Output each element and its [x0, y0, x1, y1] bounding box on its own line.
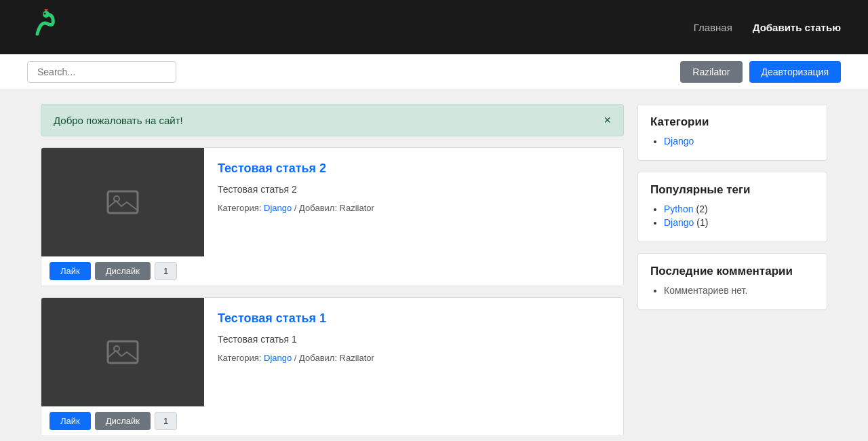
categories-widget: Категории Django [637, 104, 827, 161]
no-comments-text: Комментариев нет. [664, 285, 747, 296]
logo[interactable] [27, 7, 68, 47]
sidebar: Категории Django Популярные теги Python … [637, 104, 827, 441]
recent-comments-title: Последние комментарии [650, 265, 814, 278]
svg-rect-5 [108, 191, 138, 213]
main-container: Добро пожаловать на сайт! × Тестовая ста… [27, 104, 841, 441]
razilator-button[interactable]: Razilator [680, 61, 742, 83]
logo-icon [27, 7, 68, 47]
image-placeholder-icon [106, 336, 139, 368]
popular-tags-widget: Популярные теги Python (2) Django (1) [637, 172, 827, 242]
navbar: Главная Добавить статью [0, 0, 868, 54]
article-meta: Категория: Django / Добавил: Razilator [218, 203, 610, 213]
categories-title: Категории [650, 115, 814, 129]
like-button[interactable]: Лайк [50, 412, 91, 430]
recent-comments-widget: Последние комментарии Комментариев нет. [637, 253, 827, 310]
article-title: Тестовая статья 1 [218, 311, 610, 326]
welcome-alert: Добро пожаловать на сайт! × [41, 104, 624, 136]
article-thumbnail [41, 148, 204, 256]
svg-point-4 [44, 13, 46, 15]
list-item: Django [664, 136, 814, 147]
article-meta: Категория: Django / Добавил: Razilator [218, 353, 610, 363]
category-label: Категория: [218, 203, 261, 213]
nav-home[interactable]: Главная [694, 22, 732, 33]
added-label: / Добавил: Razilator [294, 203, 374, 213]
article-card: Тестовая статья 2 Тестовая статья 2 Кате… [41, 147, 624, 286]
article-card: Тестовая статья 1 Тестовая статья 1 Кате… [41, 297, 624, 436]
nav-add-article[interactable]: Добавить статью [753, 22, 841, 33]
comments-list: Комментариев нет. [650, 285, 814, 296]
article-category-link[interactable]: Django [264, 203, 292, 213]
tags-list: Python (2) Django (1) [650, 204, 814, 228]
categories-list: Django [650, 136, 814, 147]
tag-count: (2) [696, 204, 707, 214]
image-placeholder-icon [106, 186, 139, 218]
article-excerpt: Тестовая статья 2 [218, 184, 610, 195]
article-title: Тестовая статья 2 [218, 161, 610, 176]
article-body: Тестовая статья 1 Тестовая статья 1 Кате… [204, 298, 623, 406]
list-item: Django (1) [664, 217, 814, 228]
article-category-link[interactable]: Django [264, 353, 292, 363]
alert-close-button[interactable]: × [604, 114, 611, 126]
article-footer: Лайк Дислайк 1 [41, 406, 623, 436]
vote-count: 1 [155, 412, 177, 430]
dislike-button[interactable]: Дислайк [95, 412, 151, 430]
category-label: Категория: [218, 353, 261, 363]
article-footer: Лайк Дислайк 1 [41, 256, 623, 286]
tag-link[interactable]: Django [664, 217, 694, 228]
tag-count: (1) [696, 217, 708, 228]
article-top: Тестовая статья 1 Тестовая статья 1 Кате… [41, 298, 623, 406]
list-item: Python (2) [664, 204, 814, 214]
tag-link[interactable]: Python [664, 204, 694, 214]
article-body: Тестовая статья 2 Тестовая статья 2 Кате… [204, 148, 623, 256]
article-title-link[interactable]: Тестовая статья 2 [218, 161, 326, 175]
auth-buttons: Razilator Деавторизация [680, 61, 841, 83]
like-button[interactable]: Лайк [50, 262, 91, 280]
popular-tags-title: Популярные теги [650, 183, 814, 197]
deauth-button[interactable]: Деавторизация [749, 61, 841, 83]
article-title-link[interactable]: Тестовая статья 1 [218, 311, 326, 325]
search-row: Razilator Деавторизация [0, 54, 868, 90]
vote-count: 1 [155, 262, 177, 280]
welcome-message: Добро пожаловать на сайт! [54, 115, 183, 126]
article-thumbnail [41, 298, 204, 406]
search-input[interactable] [27, 61, 176, 83]
dislike-button[interactable]: Дислайк [95, 262, 151, 280]
article-excerpt: Тестовая статья 1 [218, 334, 610, 345]
nav-links: Главная Добавить статью [694, 22, 841, 33]
svg-point-1 [43, 11, 50, 18]
list-item: Комментариев нет. [664, 285, 814, 296]
content-area: Добро пожаловать на сайт! × Тестовая ста… [41, 104, 624, 441]
svg-rect-7 [108, 341, 138, 363]
added-label: / Добавил: Razilator [294, 353, 374, 363]
article-top: Тестовая статья 2 Тестовая статья 2 Кате… [41, 148, 623, 256]
category-link[interactable]: Django [664, 136, 694, 147]
